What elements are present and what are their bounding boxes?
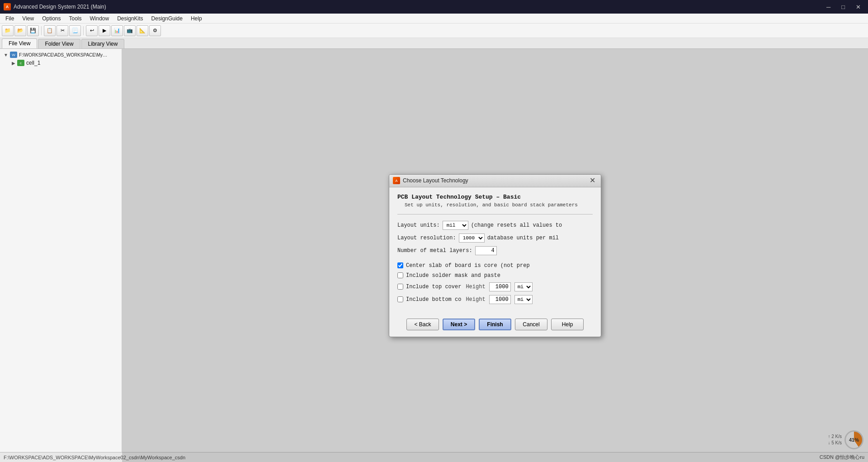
bottom-cover-height-input[interactable] bbox=[489, 295, 511, 304]
toolbar-settings[interactable]: ⚙ bbox=[149, 25, 161, 36]
menu-bar: File View Options Tools Window DesignKit… bbox=[0, 14, 868, 24]
tab-file-view[interactable]: File View bbox=[2, 38, 37, 48]
app-icon: A bbox=[4, 3, 11, 10]
layout-resolution-note: database units per mil bbox=[487, 235, 559, 241]
dialog-close-button[interactable]: ✕ bbox=[588, 176, 597, 185]
bottom-cover-label: Include bottom co bbox=[406, 296, 461, 303]
metal-layers-label: Number of metal layers: bbox=[397, 248, 472, 254]
dialog-header-subtitle: Set up units, resolution, and basic boar… bbox=[397, 202, 593, 208]
content-area: A Choose Layout Technology ✕ PCB Layout … bbox=[122, 49, 868, 462]
toolbar-save[interactable]: 💾 bbox=[27, 25, 39, 36]
menu-designguide[interactable]: DesignGuide bbox=[148, 14, 186, 23]
toolbar-cut[interactable]: ✂ bbox=[57, 25, 68, 36]
dialog-header-title: PCB Layout Technology Setup – Basic bbox=[397, 194, 593, 200]
menu-options[interactable]: Options bbox=[38, 14, 64, 23]
dialog-title-icon: A bbox=[393, 177, 400, 184]
tab-folder-view[interactable]: Folder View bbox=[38, 39, 80, 48]
bottom-cover-height-label: Height bbox=[466, 296, 485, 303]
toolbar-copy[interactable]: 📋 bbox=[44, 25, 56, 36]
window-controls: ─ □ ✕ bbox=[823, 3, 864, 11]
top-cover-label: Include top cover bbox=[406, 284, 461, 290]
layout-units-select[interactable]: mil mm um inch bbox=[443, 221, 468, 230]
tree-arrow-workspace: ▼ bbox=[4, 52, 8, 57]
toolbar-sep-2 bbox=[83, 26, 84, 35]
menu-window[interactable]: Window bbox=[86, 14, 113, 23]
center-slab-row: Center slab of board is core (not prep bbox=[397, 262, 593, 269]
toolbar-layout[interactable]: 📐 bbox=[137, 25, 148, 36]
metal-layers-row: Number of metal layers: 4 bbox=[397, 246, 593, 255]
toolbar-open[interactable]: 📂 bbox=[14, 25, 26, 36]
menu-designkits[interactable]: DesignKits bbox=[113, 14, 146, 23]
minimize-btn[interactable]: ─ bbox=[823, 3, 834, 11]
workspace-label: F:\WORKSPACE\ADS_WORKSPACE\MyWorkspace02… bbox=[19, 52, 109, 57]
menu-help[interactable]: Help bbox=[187, 14, 206, 23]
toolbar: 📁 📂 💾 📋 ✂ 📃 ↩ ▶ 📊 📺 📐 ⚙ bbox=[0, 24, 868, 38]
center-slab-label: Center slab of board is core (not prep bbox=[406, 262, 530, 269]
top-cover-height-label: Height bbox=[466, 284, 485, 290]
top-cover-checkbox[interactable] bbox=[397, 284, 403, 290]
bottom-cover-checkbox[interactable] bbox=[397, 296, 403, 302]
tree-workspace-item[interactable]: ▼ W F:\WORKSPACE\ADS_WORKSPACE\MyWorkspa… bbox=[2, 51, 120, 59]
toolbar-run[interactable]: ▶ bbox=[99, 25, 110, 36]
app-title: Advanced Design System 2021 (Main) bbox=[14, 4, 106, 10]
close-btn[interactable]: ✕ bbox=[852, 3, 864, 11]
toolbar-new[interactable]: 📁 bbox=[2, 25, 14, 36]
solder-mask-row: Include solder mask and paste bbox=[397, 272, 593, 279]
layout-resolution-label: Layout resolution: bbox=[397, 235, 456, 241]
dialog-body: PCB Layout Technology Setup – Basic Set … bbox=[389, 187, 601, 314]
toolbar-paste[interactable]: 📃 bbox=[69, 25, 81, 36]
dialog-separator bbox=[397, 214, 593, 214]
menu-file[interactable]: File bbox=[2, 14, 18, 23]
menu-view[interactable]: View bbox=[19, 14, 38, 23]
layout-resolution-row: Layout resolution: 1000 100 10 database … bbox=[397, 233, 593, 243]
dialog-titlebar: A Choose Layout Technology ✕ bbox=[389, 175, 601, 187]
tab-bar: File View Folder View Library View bbox=[0, 38, 868, 49]
toolbar-view[interactable]: 📺 bbox=[124, 25, 136, 36]
workspace-icon: W bbox=[10, 52, 17, 58]
solder-mask-label: Include solder mask and paste bbox=[406, 272, 500, 279]
layout-units-label: Layout units: bbox=[397, 222, 440, 229]
center-slab-checkbox[interactable] bbox=[397, 262, 403, 268]
dialog-footer: < Back Next > Finish Cancel Help bbox=[389, 314, 601, 337]
top-cover-unit-select[interactable]: mil mm um bbox=[514, 282, 533, 291]
tab-library-view[interactable]: Library View bbox=[81, 39, 125, 48]
top-cover-row: Include top cover Height mil mm um bbox=[397, 282, 593, 291]
title-bar: A Advanced Design System 2021 (Main) ─ □… bbox=[0, 0, 868, 14]
bottom-cover-unit-select[interactable]: mil mm um bbox=[514, 295, 533, 304]
cancel-button[interactable]: Cancel bbox=[515, 319, 547, 330]
modal-overlay: A Choose Layout Technology ✕ PCB Layout … bbox=[122, 49, 868, 462]
metal-layers-input[interactable]: 4 bbox=[475, 246, 497, 255]
maximize-btn[interactable]: □ bbox=[838, 3, 849, 11]
main-area: ▼ W F:\WORKSPACE\ADS_WORKSPACE\MyWorkspa… bbox=[0, 49, 868, 462]
top-cover-height-input[interactable] bbox=[489, 282, 511, 291]
next-button[interactable]: Next > bbox=[443, 319, 475, 330]
sidebar: ▼ W F:\WORKSPACE\ADS_WORKSPACE\MyWorkspa… bbox=[0, 49, 122, 462]
layout-units-note: (change resets all values to bbox=[471, 222, 562, 229]
back-button[interactable]: < Back bbox=[406, 319, 439, 330]
toolbar-sep-1 bbox=[41, 26, 42, 35]
layout-resolution-select[interactable]: 1000 100 10 bbox=[459, 233, 485, 243]
menu-tools[interactable]: Tools bbox=[66, 14, 85, 23]
dialog-title-text: Choose Layout Technology bbox=[403, 177, 468, 184]
tree-cell-item[interactable]: ▶ c cell_1 bbox=[2, 59, 120, 67]
dialog-choose-layout-technology: A Choose Layout Technology ✕ PCB Layout … bbox=[389, 174, 601, 337]
tree-arrow-cell: ▶ bbox=[12, 61, 15, 66]
layout-units-row: Layout units: mil mm um inch (change res… bbox=[397, 221, 593, 230]
top-cover-height-controls: Height mil mm um bbox=[466, 282, 532, 291]
bottom-cover-row: Include bottom co Height mil mm um bbox=[397, 295, 593, 304]
toolbar-undo[interactable]: ↩ bbox=[86, 25, 98, 36]
help-button[interactable]: Help bbox=[551, 319, 584, 330]
finish-button[interactable]: Finish bbox=[479, 319, 511, 330]
bottom-cover-height-controls: Height mil mm um bbox=[466, 295, 532, 304]
solder-mask-checkbox[interactable] bbox=[397, 272, 403, 278]
toolbar-chart[interactable]: 📊 bbox=[111, 25, 123, 36]
cell-icon: c bbox=[17, 60, 24, 66]
cell-label: cell_1 bbox=[26, 60, 40, 66]
